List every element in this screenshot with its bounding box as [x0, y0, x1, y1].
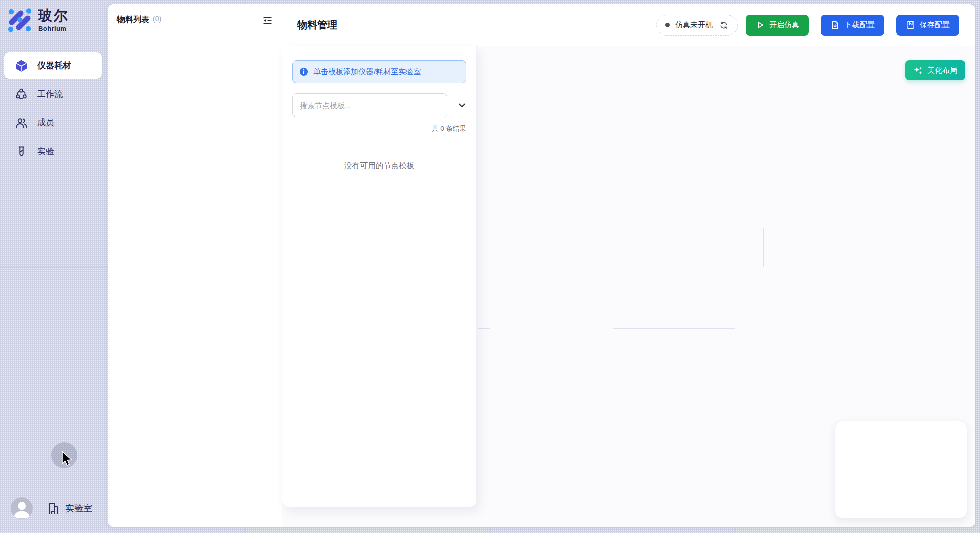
- lab-entry[interactable]: 实验室: [46, 501, 92, 515]
- flow-canvas[interactable]: 单击模板添加仪器/耗材至实验室 共 0 条结果 没有可用的节点模板: [282, 46, 975, 527]
- info-icon: [299, 67, 308, 76]
- chevron-down-icon[interactable]: [458, 101, 466, 110]
- app-root: 玻尔 Bohrium 仪器耗材: [0, 0, 980, 533]
- page-title: 物料管理: [297, 18, 337, 32]
- sidebar-item-label: 工作流: [37, 88, 63, 100]
- sparkles-icon: [913, 66, 923, 75]
- lab-label: 实验室: [65, 502, 92, 514]
- sidebar-nav: 仪器耗材 工作流: [4, 52, 102, 165]
- canvas-guide-horizontal-short: [594, 188, 670, 188]
- sidebar-item-instruments[interactable]: 仪器耗材: [4, 52, 102, 79]
- node-template-panel: 单击模板添加仪器/耗材至实验室 共 0 条结果 没有可用的节点模板: [282, 46, 477, 507]
- brand-name-en: Bohrium: [38, 25, 69, 32]
- search-template-input[interactable]: [292, 93, 447, 117]
- sidebar-item-label: 实验: [37, 146, 54, 157]
- empty-template-text: 没有可用的节点模板: [292, 161, 466, 171]
- sidebar-bottom: 实验室: [11, 497, 92, 519]
- brand-name-cn: 玻尔: [38, 9, 69, 23]
- template-hint-text: 单击模板添加仪器/耗材至实验室: [313, 67, 421, 77]
- materials-list-count: (0): [153, 15, 161, 23]
- save-config-button[interactable]: 保存配置: [896, 15, 959, 36]
- result-count: 共 0 条结果: [292, 124, 466, 134]
- play-icon: [755, 20, 765, 30]
- file-download-icon: [830, 20, 840, 30]
- simulation-status-text: 仿真未开机: [675, 20, 713, 30]
- sidebar-item-label: 仪器耗材: [37, 60, 71, 71]
- app-window: 物料列表 (0) 物料管理 仿真未开机: [108, 4, 975, 527]
- main-area: 物料管理 仿真未开机: [282, 4, 975, 527]
- sidebar: 玻尔 Bohrium 仪器耗材: [0, 0, 108, 533]
- sidebar-item-members[interactable]: 成员: [4, 109, 102, 136]
- canvas-guide-vertical: [763, 228, 764, 391]
- start-simulation-button[interactable]: 开启仿真: [746, 15, 809, 36]
- sidebar-item-label: 成员: [37, 117, 54, 128]
- status-dot-icon: [665, 23, 670, 27]
- test-tube-icon: [15, 145, 28, 158]
- bohrium-logo-icon: [7, 7, 33, 33]
- canvas-guide-horizontal: [478, 328, 783, 329]
- topbar: 物料管理 仿真未开机: [282, 4, 975, 46]
- brand-logo[interactable]: 玻尔 Bohrium: [7, 7, 69, 33]
- sidebar-item-experiments[interactable]: 实验: [4, 138, 102, 165]
- avatar[interactable]: [11, 497, 33, 519]
- sidebar-item-workflow[interactable]: 工作流: [4, 81, 102, 107]
- beautify-layout-button[interactable]: 美化布局: [905, 60, 965, 80]
- collapse-panel-icon[interactable]: [262, 16, 273, 25]
- members-icon: [15, 116, 28, 129]
- minimap[interactable]: [835, 421, 967, 518]
- cube-icon: [15, 59, 28, 72]
- building-icon: [46, 501, 60, 515]
- materials-list-panel: 物料列表 (0): [108, 4, 282, 527]
- simulation-status-pill: 仿真未开机: [656, 15, 738, 36]
- save-icon: [906, 20, 915, 30]
- download-config-button[interactable]: 下载配置: [821, 15, 884, 36]
- refresh-icon[interactable]: [719, 21, 728, 30]
- materials-list-title: 物料列表: [117, 15, 149, 25]
- template-hint-banner: 单击模板添加仪器/耗材至实验室: [292, 60, 466, 83]
- workflow-icon: [15, 88, 28, 101]
